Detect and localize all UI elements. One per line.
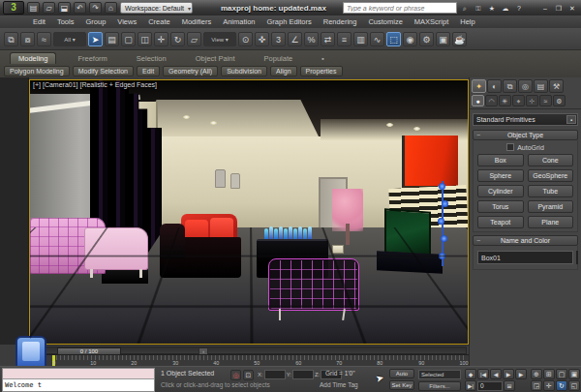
render-production-icon[interactable]: ☕ — [452, 32, 467, 46]
viewport-menu-shading[interactable]: [Realistic + Edged Faces] — [79, 81, 157, 88]
go-to-end-icon[interactable]: ▶| — [465, 380, 476, 391]
ribbon-subdivision[interactable]: Subdivision — [221, 66, 267, 76]
selection-region-icon[interactable]: ▢ — [121, 32, 136, 46]
select-move-icon[interactable]: ✛ — [154, 32, 168, 46]
orbit-icon[interactable]: ↻ — [556, 380, 567, 391]
undo-icon[interactable]: ↶ — [74, 2, 86, 14]
macro-recorder-pane[interactable] — [3, 369, 154, 379]
time-slider-track[interactable]: 0 / 100 › — [31, 347, 467, 354]
next-frame-icon[interactable]: ▶ — [515, 369, 527, 379]
object-color-swatch[interactable] — [576, 251, 578, 264]
menu-views[interactable]: Views — [111, 15, 142, 28]
camera-viewport[interactable]: [+] [Camera01] [Realistic + Edged Faces] — [29, 79, 469, 345]
signin-icon[interactable]: ☁ — [500, 3, 511, 14]
restore-button[interactable]: ❐ — [553, 3, 565, 14]
scene-pink-chaise[interactable] — [84, 227, 148, 270]
select-by-name-icon[interactable]: ▤ — [105, 32, 119, 46]
ribbon-edit[interactable]: Edit — [137, 66, 160, 76]
spacewarps-category-icon[interactable]: ≈ — [539, 95, 552, 106]
zoom-all-icon[interactable]: ⊞ — [543, 369, 555, 379]
search-communities-icon[interactable]: ⌕ — [459, 3, 471, 14]
go-to-start-icon[interactable]: |◀ — [477, 369, 489, 379]
add-time-tag[interactable]: Add Time Tag — [320, 381, 358, 388]
systems-category-icon[interactable]: ⚙ — [553, 95, 566, 106]
object-name-field[interactable] — [477, 251, 573, 264]
key-mode-icon[interactable]: ◆ — [465, 369, 476, 379]
coord-y-field[interactable] — [292, 370, 314, 379]
dropdown-arrow-icon[interactable]: ▪ — [566, 115, 576, 124]
primitives-dropdown[interactable]: Standard Primitives ▪ — [473, 113, 578, 126]
menu-maxscript[interactable]: MAXScript — [409, 15, 454, 28]
current-frame-field[interactable] — [477, 381, 503, 391]
hierarchy-tab-icon[interactable]: ⧉ — [503, 79, 517, 93]
ribbon-geometry-all[interactable]: Geometry (All) — [163, 66, 218, 76]
scene-small-box[interactable] — [332, 245, 344, 254]
percent-snap-icon[interactable]: % — [304, 32, 319, 46]
menu-create[interactable]: Create — [142, 15, 176, 28]
ribbon-minimize-icon[interactable]: ▪ — [314, 53, 332, 64]
unlink-icon[interactable]: ⧇ — [20, 32, 35, 46]
maxscript-mini-listener[interactable]: Welcome t — [2, 368, 155, 392]
cylinder-button[interactable]: Cylinder — [477, 185, 524, 197]
display-tab-icon[interactable]: ▤ — [534, 79, 548, 93]
shapes-category-icon[interactable]: ◠ — [485, 95, 498, 106]
ribbon-align[interactable]: Align — [270, 66, 297, 76]
schematic-view-icon[interactable]: ⬚ — [386, 32, 401, 46]
select-manipulate-icon[interactable]: ✜ — [255, 32, 269, 46]
ribbon-tab-modeling[interactable]: Modeling — [10, 52, 56, 64]
close-button[interactable]: ✕ — [566, 3, 578, 14]
play-icon[interactable]: ▶ — [503, 369, 514, 379]
zoom-icon[interactable]: ⊕ — [531, 369, 542, 379]
select-object-icon[interactable]: ➤ — [88, 32, 103, 46]
helpers-category-icon[interactable]: ⊹ — [526, 95, 538, 106]
mirror-icon[interactable]: ⇄ — [321, 32, 335, 46]
layer-manager-icon[interactable]: ▥ — [353, 32, 368, 46]
minimize-button[interactable]: – — [539, 3, 551, 14]
ribbon-modify-selection[interactable]: Modify Selection — [73, 66, 134, 76]
scene-red-painting[interactable] — [402, 136, 458, 188]
menu-edit[interactable]: Edit — [27, 15, 51, 28]
scene-tv[interactable] — [384, 208, 431, 256]
plane-button[interactable]: Plane — [528, 216, 574, 228]
new-scene-icon[interactable]: ▤ — [27, 2, 40, 14]
material-editor-icon[interactable]: ◉ — [403, 32, 417, 46]
menu-animation[interactable]: Animation — [217, 15, 260, 28]
scene-picture-frame-2[interactable] — [230, 173, 240, 189]
coord-x-field[interactable] — [264, 370, 286, 379]
modify-tab-icon[interactable]: ◐ — [487, 79, 502, 93]
open-file-icon[interactable]: ▱ — [43, 2, 55, 14]
menu-modifiers[interactable]: Modifiers — [176, 15, 217, 28]
scene-blue-bottles[interactable] — [264, 226, 321, 240]
pyramid-button[interactable]: Pyramid — [528, 200, 574, 213]
select-link-icon[interactable]: ⧉ — [4, 32, 18, 46]
menu-graph-editors[interactable]: Graph Editors — [261, 15, 318, 28]
selection-filter-dropdown[interactable]: All ▾ — [53, 32, 86, 46]
cameras-category-icon[interactable]: ⌖ — [512, 95, 525, 106]
geometry-category-icon[interactable]: ● — [472, 95, 484, 106]
lights-category-icon[interactable]: ✳ — [499, 95, 511, 106]
tube-button[interactable]: Tube — [528, 185, 574, 197]
ref-coord-dropdown[interactable]: View ▾ — [203, 32, 236, 46]
menu-customize[interactable]: Customize — [362, 15, 408, 28]
render-setup-icon[interactable]: ⚙ — [419, 32, 434, 46]
ribbon-tab-selection[interactable]: Selection — [129, 53, 174, 64]
viewport-menu-plus[interactable]: [+] — [33, 81, 41, 88]
align-icon[interactable]: ≡ — [337, 32, 352, 46]
redo-icon[interactable]: ↷ — [89, 2, 102, 14]
name-color-rollout-header[interactable]: Name and Color — [473, 235, 578, 246]
selection-set-dropdown[interactable]: Selected — [418, 370, 461, 379]
save-file-icon[interactable]: ⬓ — [58, 2, 71, 14]
viewport-menu-camera[interactable]: [Camera01] — [43, 81, 78, 88]
box-button[interactable]: Box — [477, 154, 524, 166]
menu-help[interactable]: Help — [454, 15, 480, 28]
project-folder-icon[interactable]: ⌂ — [105, 2, 117, 14]
scene-red-sofa[interactable] — [160, 214, 241, 278]
autogrid-checkbox[interactable] — [506, 143, 514, 151]
create-tab-icon[interactable]: ✦ — [472, 79, 486, 93]
ribbon-tab-object-paint[interactable]: Object Paint — [188, 53, 243, 64]
search-input[interactable] — [343, 2, 457, 14]
set-key-button[interactable]: Set Key — [389, 380, 414, 390]
object-type-rollout-header[interactable]: Object Type — [473, 130, 578, 140]
ribbon-polygon-modeling[interactable]: Polygon Modeling — [4, 66, 70, 76]
utilities-tab-icon[interactable]: ⚒ — [549, 79, 564, 93]
